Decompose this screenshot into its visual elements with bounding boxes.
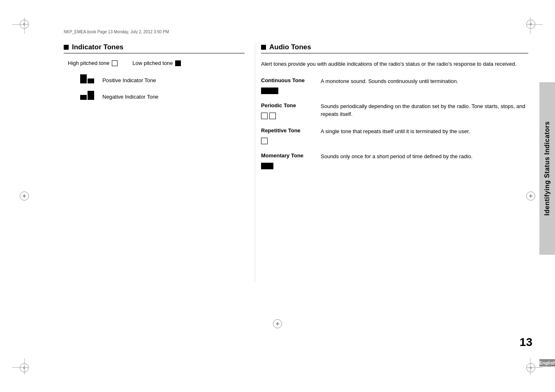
momentary-tone-label-col: Momentary Tone — [261, 152, 321, 169]
crosshair — [526, 24, 543, 25]
ct-rect — [261, 88, 278, 94]
positive-icon — [80, 74, 94, 83]
pt-sq-1 — [261, 113, 268, 119]
low-pitched-icon — [175, 60, 181, 66]
crosshair — [530, 17, 531, 34]
periodic-tone-icon — [261, 110, 321, 119]
repetitive-tone-icon — [261, 135, 321, 144]
reg-mark-mid-bottom — [273, 319, 282, 328]
positive-indicator-icon-row: Positive Indicator Tone — [80, 74, 245, 83]
audio-section-square-icon — [261, 45, 266, 50]
reg-mark-bottom-right — [526, 363, 535, 372]
pos-bar-short — [88, 78, 94, 83]
indicator-tones-header: Indicator Tones — [64, 43, 245, 53]
crosshair — [12, 24, 29, 25]
continuous-tone-desc: A monotone sound. Sounds continuously un… — [321, 77, 528, 85]
continuous-tone-label: Continuous Tone — [261, 77, 321, 83]
audio-tones-title: Audio Tones — [269, 43, 311, 51]
side-tab-title: Identifying Status Indicators — [543, 121, 551, 216]
reg-mark-mid-right — [526, 191, 535, 201]
periodic-tone-label: Periodic Tone — [261, 102, 321, 108]
continuous-tone-label-col: Continuous Tone — [261, 77, 321, 94]
repetitive-tone-label-col: Repetitive Tone — [261, 127, 321, 144]
momentary-tone-icon — [261, 160, 321, 169]
high-pitched-label: High pitched tone — [68, 60, 109, 66]
page-number: 13 — [520, 336, 532, 349]
reg-mark-mid-left — [20, 191, 29, 201]
section-square-icon — [64, 45, 69, 50]
crosshair — [12, 367, 29, 368]
crosshair — [530, 358, 531, 375]
print-info: NKP_EMEA.book Page 13 Monday, July 2, 20… — [64, 30, 169, 34]
language-label: English — [539, 359, 555, 367]
continuous-tone-icon — [261, 85, 321, 94]
mt-rect — [261, 163, 273, 169]
positive-indicator-label: Positive Indicator Tone — [102, 77, 156, 83]
low-pitched-label: Low pitched tone — [132, 60, 173, 66]
negative-indicator-icon-row: Negative Indicator Tone — [80, 91, 245, 100]
audio-description: Alert tones provide you with audible ind… — [261, 60, 528, 68]
negative-icon — [80, 91, 94, 100]
periodic-tone-label-col: Periodic Tone — [261, 102, 321, 119]
indicator-tones-section: Indicator Tones High pitched tone Low pi… — [64, 43, 245, 100]
negative-indicator-label: Negative Indicator Tone — [102, 94, 158, 100]
indicator-tones-title: Indicator Tones — [72, 43, 123, 51]
pos-bar-tall — [80, 74, 87, 83]
audio-tones-header: Audio Tones — [261, 43, 528, 53]
pt-sq-2 — [269, 113, 276, 119]
repetitive-tone-label: Repetitive Tone — [261, 127, 321, 134]
neg-bar-short — [80, 95, 87, 100]
crosshair — [526, 367, 543, 368]
column-separator — [255, 43, 255, 281]
continuous-tone-entry: Continuous Tone A monotone sound. Sounds… — [261, 77, 528, 94]
momentary-tone-entry: Momentary Tone Sounds only once for a sh… — [261, 152, 528, 169]
rt-sq — [261, 138, 268, 144]
high-pitched-icon — [112, 60, 118, 66]
repetitive-tone-entry: Repetitive Tone A single tone that repea… — [261, 127, 528, 144]
crosshair — [24, 358, 25, 375]
audio-tones-section: Audio Tones Alert tones provide you with… — [261, 43, 528, 178]
repetitive-tone-desc: A single tone that repeats itself until … — [321, 127, 528, 136]
periodic-tone-desc: Sounds periodically depending on the dur… — [321, 102, 528, 118]
periodic-tone-entry: Periodic Tone Sounds periodically depend… — [261, 102, 528, 119]
momentary-tone-label: Momentary Tone — [261, 152, 321, 159]
side-tab: Identifying Status Indicators — [539, 82, 555, 255]
tone-legend-row: High pitched tone Low pitched tone — [68, 60, 245, 66]
crosshair — [24, 17, 25, 34]
neg-bar-tall — [88, 91, 94, 100]
momentary-tone-desc: Sounds only once for a short period of t… — [321, 152, 528, 161]
